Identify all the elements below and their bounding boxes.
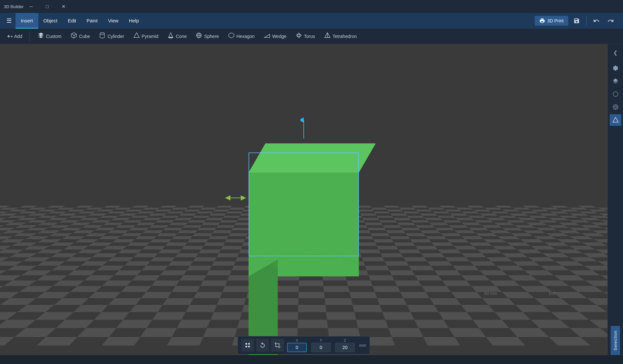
properties-icon	[612, 65, 619, 71]
svg-point-9	[296, 34, 301, 37]
minimize-button[interactable]: ─	[24, 0, 39, 13]
sphere-icon	[196, 32, 202, 40]
menu-item-view[interactable]: View	[103, 13, 124, 29]
cube-icon	[71, 32, 77, 40]
menu-item-insert[interactable]: Insert	[16, 13, 38, 29]
y-coord-group: Y	[311, 338, 331, 352]
status-bar	[0, 355, 623, 364]
header-right: 3D Print	[535, 15, 620, 27]
bottom-bar: X Y Z mm	[238, 336, 370, 354]
cube-top-face	[249, 143, 376, 173]
custom-icon	[38, 32, 44, 40]
svg-point-22	[614, 106, 617, 108]
cylinder-icon	[99, 32, 105, 40]
z-label: Z	[344, 338, 346, 342]
snap-icon	[244, 342, 251, 348]
cube-3d-model	[249, 143, 359, 254]
selection-tab[interactable]: Selection	[611, 326, 620, 355]
handle-up[interactable]	[300, 117, 307, 142]
undo-icon	[593, 18, 600, 24]
print-icon	[539, 18, 545, 24]
sphere-button[interactable]: Sphere	[192, 30, 223, 42]
crop-icon	[274, 342, 281, 348]
menu-item-object[interactable]: Object	[38, 13, 63, 29]
right-tool-4[interactable]	[610, 101, 621, 113]
add-button[interactable]: + + Add	[4, 31, 26, 41]
print-label: 3D Print	[547, 18, 564, 23]
cube-object[interactable]	[249, 143, 359, 254]
close-button[interactable]: ✕	[56, 0, 71, 13]
cylinder-button[interactable]: Cylinder	[95, 30, 128, 42]
right-tool-2[interactable]	[610, 75, 621, 87]
layers-icon	[612, 78, 619, 84]
toolbar-divider-1	[30, 31, 30, 42]
hamburger-menu[interactable]: ☰	[3, 14, 16, 27]
titlebar: 3D Builder ─ □ ✕	[0, 0, 623, 13]
svg-point-1	[100, 33, 104, 34]
y-label: Y	[320, 338, 322, 342]
cube-button[interactable]: Cube	[67, 30, 94, 42]
reset-button[interactable]	[256, 339, 269, 352]
tetrahedron-button[interactable]: Tetrahedron	[320, 30, 361, 42]
right-tool-5[interactable]	[610, 114, 621, 126]
redo-icon	[607, 18, 614, 24]
torus-icon	[296, 32, 302, 40]
svg-marker-27	[613, 117, 618, 122]
cube-shadow	[255, 247, 352, 273]
menu-item-help[interactable]: Help	[124, 13, 144, 29]
redo-button[interactable]	[605, 15, 617, 27]
right-tool-3[interactable]	[610, 88, 621, 100]
app-title: 3D Builder	[4, 4, 24, 9]
viewport[interactable]: 50 mm 100	[0, 44, 607, 364]
x-input[interactable]	[287, 343, 307, 352]
reset-icon	[259, 342, 266, 348]
torus-button[interactable]: Torus	[292, 30, 319, 42]
menu-item-paint[interactable]: Paint	[81, 13, 103, 29]
main-area: 50 mm 100	[0, 44, 623, 364]
toolbar: + + Add Custom Cube Cylinder	[0, 29, 623, 44]
save-button[interactable]	[571, 15, 582, 27]
svg-point-20	[613, 92, 618, 97]
print-button[interactable]: 3D Print	[535, 16, 568, 26]
target-icon	[612, 104, 619, 110]
tetrahedron-icon	[324, 32, 331, 40]
custom-button[interactable]: Custom	[34, 30, 66, 42]
crop-button[interactable]	[271, 339, 284, 352]
handle-left[interactable]	[223, 194, 249, 203]
svg-marker-2	[134, 33, 139, 38]
cone-button[interactable]: Cone	[164, 30, 190, 42]
save-icon	[573, 18, 580, 24]
add-icon: +	[7, 33, 10, 39]
wedge-icon	[264, 32, 270, 40]
x-label: X	[296, 338, 298, 342]
svg-marker-7	[229, 33, 234, 38]
svg-point-10	[298, 33, 300, 38]
window-controls: ─ □ ✕	[24, 0, 71, 13]
wedge-button[interactable]: Wedge	[260, 30, 290, 42]
hexagon-icon	[228, 32, 235, 40]
maximize-button[interactable]: □	[40, 0, 55, 13]
z-input[interactable]	[335, 343, 355, 352]
y-input[interactable]	[311, 343, 331, 352]
cone-icon	[167, 32, 174, 40]
coord-unit: mm	[359, 343, 366, 348]
pyramid-button[interactable]: Pyramid	[129, 30, 162, 42]
menubar: ☰ Insert Object Edit Paint View Help 3D …	[0, 13, 623, 29]
hexagon-button[interactable]: Hexagon	[224, 30, 259, 42]
header-divider	[586, 16, 587, 25]
menu-item-edit[interactable]: Edit	[63, 13, 81, 29]
ruler-100mm: 100	[548, 291, 556, 296]
z-coord-group: Z	[335, 338, 355, 352]
right-tool-1[interactable]	[610, 62, 621, 74]
svg-marker-8	[264, 34, 270, 38]
undo-button[interactable]	[591, 15, 602, 27]
x-coord-group: X	[287, 338, 307, 352]
right-panel: ❮	[607, 44, 623, 364]
snap-button[interactable]	[241, 339, 254, 352]
circle-icon	[612, 91, 619, 97]
panel-collapse-button[interactable]: ❮	[610, 47, 621, 58]
pyramid-icon	[133, 32, 140, 40]
triangle-icon	[612, 117, 619, 123]
